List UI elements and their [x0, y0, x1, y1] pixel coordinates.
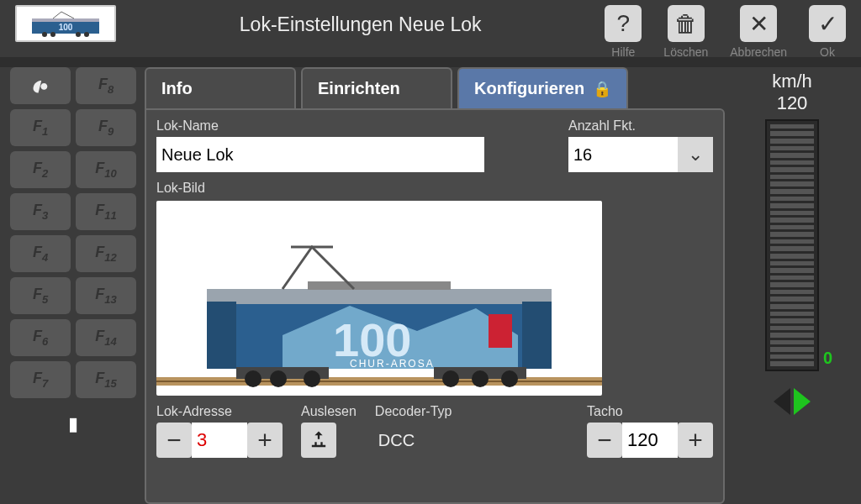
- tab-config[interactable]: Konfigurieren 🔒: [457, 67, 628, 108]
- lok-name-label: Lok-Name: [156, 118, 484, 134]
- decoder-value: DCC: [375, 423, 452, 458]
- fkey-f13[interactable]: F13: [76, 277, 136, 314]
- read-label: Auslesen: [301, 404, 357, 419]
- svg-point-23: [442, 370, 459, 387]
- fkey-f10[interactable]: F10: [76, 151, 136, 188]
- fkey-f12[interactable]: F12: [76, 235, 136, 272]
- lok-name-input[interactable]: [156, 137, 484, 172]
- logo: 100: [15, 5, 116, 42]
- ok-caption: Ok: [820, 45, 835, 59]
- svg-point-3: [50, 32, 55, 37]
- fkey-f15[interactable]: F15: [76, 361, 136, 398]
- fkey-f14[interactable]: F14: [76, 319, 136, 356]
- svg-text:100: 100: [59, 23, 73, 32]
- direction-left-button[interactable]: [774, 388, 790, 415]
- chevron-down-icon: ⌄: [688, 144, 703, 165]
- decoder-label: Decoder-Typ: [375, 404, 452, 419]
- tacho-minus-button[interactable]: −: [587, 423, 622, 458]
- cancel-caption: Abbrechen: [730, 45, 787, 59]
- fkey-f7[interactable]: F7: [10, 361, 71, 398]
- svg-point-5: [84, 32, 89, 37]
- direction-right-button[interactable]: [794, 388, 811, 415]
- speed-current: 0: [823, 349, 832, 368]
- read-button[interactable]: [301, 423, 336, 458]
- svg-point-25: [501, 370, 518, 387]
- minus-icon: −: [597, 426, 612, 454]
- lock-icon: 🔒: [593, 80, 611, 98]
- plus-icon: +: [257, 426, 272, 454]
- svg-rect-10: [207, 289, 552, 304]
- fkey-f2[interactable]: F2: [10, 151, 71, 188]
- lok-image-label: Lok-Bild: [156, 181, 713, 196]
- delete-button[interactable]: 🗑: [668, 5, 705, 42]
- trash-icon: 🗑: [674, 10, 698, 38]
- fkey-f8[interactable]: F8: [76, 67, 136, 104]
- svg-text:CHUR-AROSA: CHUR-AROSA: [350, 358, 435, 370]
- read-icon: [307, 428, 330, 452]
- fkey-f4[interactable]: F4: [10, 235, 71, 272]
- fkey-f9[interactable]: F9: [76, 109, 136, 146]
- fcount-input[interactable]: [568, 137, 678, 172]
- tab-info[interactable]: Info: [145, 67, 296, 108]
- tacho-input[interactable]: [622, 423, 678, 458]
- fkey-f1[interactable]: F1: [10, 109, 71, 146]
- fcount-dropdown[interactable]: ⌄: [678, 137, 713, 172]
- svg-rect-16: [308, 281, 451, 290]
- config-panel: Lok-Name Anzahl Fkt. ⌄ Lok-Bild: [145, 108, 725, 504]
- svg-rect-15: [489, 314, 512, 348]
- addr-label: Lok-Adresse: [156, 404, 283, 419]
- svg-point-22: [304, 370, 320, 387]
- tacho-plus-button[interactable]: +: [678, 423, 713, 458]
- delete-caption: Löschen: [663, 45, 708, 59]
- addr-plus-button[interactable]: +: [247, 423, 283, 458]
- svg-point-24: [472, 370, 489, 387]
- svg-point-4: [76, 32, 81, 37]
- speed-bar[interactable]: 0: [765, 119, 819, 371]
- minus-icon: −: [166, 426, 182, 454]
- tab-setup[interactable]: Einrichten: [301, 67, 452, 108]
- page-title: Lok-Einstellungen Neue Lok: [116, 13, 605, 36]
- svg-point-2: [42, 32, 47, 37]
- close-icon: ✕: [749, 10, 769, 38]
- tacho-label: Tacho: [587, 404, 713, 419]
- svg-rect-11: [207, 302, 236, 369]
- headlight-button[interactable]: ◖●: [10, 67, 71, 104]
- fkey-f11[interactable]: F11: [76, 193, 136, 230]
- page-indicator: ▮: [10, 413, 136, 435]
- addr-minus-button[interactable]: −: [156, 423, 192, 458]
- svg-rect-1: [32, 18, 99, 22]
- svg-point-21: [270, 370, 287, 387]
- ok-button[interactable]: ✓: [809, 5, 846, 42]
- headlight-icon: ◖●: [32, 76, 49, 95]
- addr-input[interactable]: [192, 423, 247, 458]
- lok-image[interactable]: 100 CHUR-AROSA: [156, 201, 602, 396]
- plus-icon: +: [688, 426, 703, 454]
- fkey-f3[interactable]: F3: [10, 193, 71, 230]
- svg-point-20: [245, 370, 261, 387]
- fkey-f6[interactable]: F6: [10, 319, 71, 356]
- speed-max: 120: [777, 92, 808, 114]
- fkey-f5[interactable]: F5: [10, 277, 71, 314]
- help-button[interactable]: ?: [605, 5, 642, 42]
- cancel-button[interactable]: ✕: [740, 5, 777, 42]
- check-icon: ✓: [818, 10, 837, 38]
- help-caption: Hilfe: [611, 45, 635, 59]
- fcount-label: Anzahl Fkt.: [568, 118, 713, 134]
- question-icon: ?: [617, 10, 631, 37]
- speed-unit: km/h: [772, 71, 812, 92]
- svg-rect-12: [522, 302, 552, 369]
